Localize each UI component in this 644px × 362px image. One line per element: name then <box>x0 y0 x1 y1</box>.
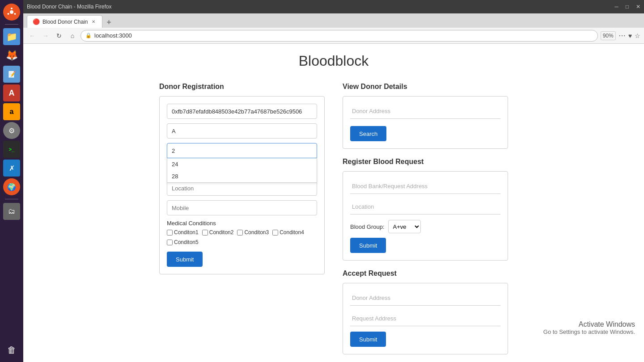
browser-content: Bloodblock Donor Registration 24 28 <box>23 44 644 362</box>
tab-close-button[interactable]: ✕ <box>90 19 97 25</box>
accept-request-submit-button[interactable]: Submit <box>350 332 386 347</box>
address-bar: ← → ↻ ⌂ 🔒 localhost:3000 90% ⋯ ♥ ☆ <box>23 28 644 44</box>
condition5-text: Conditon5 <box>174 239 199 245</box>
taskbar-text-editor-icon[interactable]: 📝 <box>3 66 20 83</box>
view-donor-title: View Donor Details <box>343 83 508 91</box>
donor-location-input[interactable] <box>167 181 317 196</box>
active-tab[interactable]: 🔴 Blood Donor Chain ✕ <box>27 15 102 28</box>
taskbar-globe-icon[interactable]: 🌍 <box>3 178 20 195</box>
zoom-indicator: 90% <box>601 31 616 40</box>
taskbar: 📁 🦊 📝 A a ⚙ >_ ✗ 🌍 🗂 🗑 <box>0 0 23 362</box>
condition1-checkbox[interactable] <box>167 230 173 236</box>
blood-request-group-row: Blood Group: A+ve A-ve B+ve B-ve AB+ve A… <box>350 220 500 233</box>
page-title: Bloodblock <box>50 53 617 69</box>
taskbar-files-icon[interactable]: 📁 <box>3 28 20 45</box>
title-bar-text: Blood Donor Chain - Mozilla Firefox <box>27 4 111 10</box>
medical-conditions-group: Medical Conditions Conditon1 Conditon2 <box>167 220 317 245</box>
taskbar-firefox-icon[interactable]: 🦊 <box>3 47 20 64</box>
activate-windows-text: Activate Windows <box>543 320 635 328</box>
condition2-label[interactable]: Conditon2 <box>202 229 234 236</box>
taskbar-separator2 <box>5 199 18 199</box>
condition3-text: Conditon3 <box>244 229 269 236</box>
blood-request-group-label: Blood Group: <box>350 223 385 230</box>
condition5-label[interactable]: Conditon5 <box>167 239 199 245</box>
url-bar[interactable]: 🔒 localhost:3000 <box>80 30 598 42</box>
donor-registration-submit-button[interactable]: Submit <box>167 252 203 267</box>
condition4-label[interactable]: Conditon4 <box>272 229 304 236</box>
view-donor-address-input[interactable] <box>350 104 500 119</box>
panels-container: Donor Registration 24 28 Blood Group: <box>50 83 617 362</box>
taskbar-file-manager-icon[interactable]: 🗂 <box>3 203 20 220</box>
taskbar-ubuntu-icon[interactable] <box>3 4 20 21</box>
register-blood-request-form: Blood Group: A+ve A-ve B+ve B-ve AB+ve A… <box>343 171 508 261</box>
close-button[interactable]: ✕ <box>636 4 640 10</box>
forward-button[interactable]: → <box>40 30 51 41</box>
condition2-text: Conditon2 <box>209 229 234 236</box>
blood-request-location-input[interactable] <box>350 199 500 215</box>
title-bar: Blood Donor Chain - Mozilla Firefox ─ □ … <box>23 0 644 13</box>
condition1-text: Conditon1 <box>174 229 199 236</box>
accept-request-form: Submit <box>343 283 508 354</box>
maximize-button[interactable]: □ <box>626 4 629 10</box>
view-donor-form: Search <box>343 96 508 149</box>
accept-request-section: Accept Request Submit <box>343 269 508 354</box>
condition3-checkbox[interactable] <box>237 230 243 236</box>
age-autocomplete-dropdown: 24 28 <box>167 158 317 183</box>
taskbar-xcode-icon[interactable]: ✗ <box>3 160 20 177</box>
blood-bank-address-input[interactable] <box>350 179 500 194</box>
donor-name-input[interactable] <box>167 123 317 139</box>
condition1-label[interactable]: Conditon1 <box>167 229 199 236</box>
reload-button[interactable]: ↻ <box>54 30 64 41</box>
svg-point-3 <box>8 13 9 15</box>
svg-point-4 <box>14 13 16 15</box>
activate-windows-sub: Go to Settings to activate Windows. <box>543 328 635 335</box>
star-icon[interactable]: ☆ <box>635 32 640 39</box>
tab-bar: 🔴 Blood Donor Chain ✕ + <box>23 13 644 28</box>
autocomplete-item-28[interactable]: 28 <box>167 170 317 182</box>
right-panels: View Donor Details Search Register Blood… <box>343 83 508 362</box>
donor-age-input[interactable] <box>167 143 317 158</box>
taskbar-writer-icon[interactable]: A <box>3 84 20 101</box>
menu-dots-icon[interactable]: ⋯ <box>619 31 626 40</box>
medical-conditions-title: Medical Conditions <box>167 220 317 227</box>
donor-mobile-input[interactable] <box>167 200 317 215</box>
tab-label: Blood Donor Chain <box>42 19 88 25</box>
view-donor-search-button[interactable]: Search <box>350 126 386 141</box>
svg-point-2 <box>11 8 13 9</box>
accept-donor-address-input[interactable] <box>350 290 500 306</box>
blood-request-submit-button[interactable]: Submit <box>350 238 386 253</box>
autocomplete-item-24[interactable]: 24 <box>167 158 317 170</box>
taskbar-terminal-icon[interactable]: >_ <box>3 141 20 158</box>
url-text: localhost:3000 <box>94 32 132 39</box>
new-tab-button[interactable]: + <box>103 17 114 28</box>
minimize-button[interactable]: ─ <box>614 4 619 10</box>
condition4-text: Conditon4 <box>280 229 304 236</box>
back-button[interactable]: ← <box>27 30 38 41</box>
address-bar-right: 90% ⋯ ♥ ☆ <box>601 31 640 40</box>
lock-icon: 🔒 <box>85 33 92 38</box>
home-button[interactable]: ⌂ <box>67 30 78 41</box>
activate-watermark: Activate Windows Go to Settings to activ… <box>543 320 635 335</box>
blood-request-group-select[interactable]: A+ve A-ve B+ve B-ve AB+ve AB-ve O+ve O-v… <box>388 220 421 233</box>
pocket-icon[interactable]: ♥ <box>628 32 632 39</box>
donor-registration-panel: Donor Registration 24 28 Blood Group: <box>159 83 325 362</box>
accept-request-title: Accept Request <box>343 269 508 278</box>
taskbar-amazon-icon[interactable]: a <box>3 103 20 120</box>
svg-point-1 <box>10 10 13 14</box>
condition4-checkbox[interactable] <box>272 230 278 236</box>
condition2-checkbox[interactable] <box>202 230 208 236</box>
donor-address-input[interactable] <box>167 104 317 119</box>
accept-request-address-input[interactable] <box>350 311 500 326</box>
checkbox-items-container: Conditon1 Conditon2 Conditon3 <box>167 229 317 245</box>
taskbar-trash-icon[interactable]: 🗑 <box>3 341 20 358</box>
taskbar-separator <box>5 24 18 25</box>
register-blood-request-section: Register Blood Request Blood Group: A+ve… <box>343 158 508 261</box>
condition5-checkbox[interactable] <box>167 240 173 245</box>
register-blood-request-title: Register Blood Request <box>343 158 508 166</box>
age-autocomplete-wrapper: 24 28 <box>167 143 317 158</box>
taskbar-settings-icon[interactable]: ⚙ <box>3 122 20 139</box>
donor-registration-form: 24 28 Blood Group: A+ve A-ve B+ve B-ve A… <box>159 96 325 274</box>
condition3-label[interactable]: Conditon3 <box>237 229 269 236</box>
view-donor-section: View Donor Details Search <box>343 83 508 149</box>
browser-window: Blood Donor Chain - Mozilla Firefox ─ □ … <box>23 0 644 362</box>
